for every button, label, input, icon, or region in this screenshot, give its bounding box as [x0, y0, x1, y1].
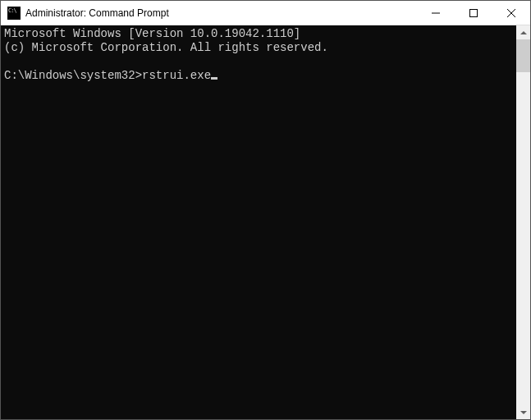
content-area: Microsoft Windows [Version 10.0.19042.11… [1, 25, 530, 419]
prompt-text: C:\Windows\system32> [4, 69, 142, 82]
scroll-up-button[interactable] [516, 25, 530, 39]
svg-rect-1 [470, 9, 478, 16]
vertical-scrollbar[interactable] [516, 25, 530, 419]
maximize-button[interactable] [455, 1, 492, 25]
cursor [211, 77, 217, 80]
svg-marker-4 [520, 31, 527, 34]
terminal[interactable]: Microsoft Windows [Version 10.0.19042.11… [1, 25, 516, 419]
minimize-button[interactable] [417, 1, 455, 25]
close-button[interactable] [492, 1, 530, 25]
command-text: rstrui.exe [142, 69, 211, 82]
scroll-down-button[interactable] [516, 405, 530, 419]
cmd-icon [7, 7, 21, 20]
copyright-line: (c) Microsoft Corporation. All rights re… [4, 41, 328, 54]
titlebar[interactable]: Administrator: Command Prompt [1, 1, 530, 25]
window-title: Administrator: Command Prompt [25, 7, 417, 19]
prompt-line: C:\Windows\system32>rstrui.exe [4, 69, 217, 82]
command-prompt-window: Administrator: Command Prompt Microsoft … [0, 0, 531, 420]
scroll-track[interactable] [516, 39, 530, 405]
window-controls [417, 1, 530, 25]
scroll-thumb[interactable] [516, 39, 530, 72]
svg-marker-5 [520, 411, 527, 414]
version-line: Microsoft Windows [Version 10.0.19042.11… [4, 27, 300, 40]
